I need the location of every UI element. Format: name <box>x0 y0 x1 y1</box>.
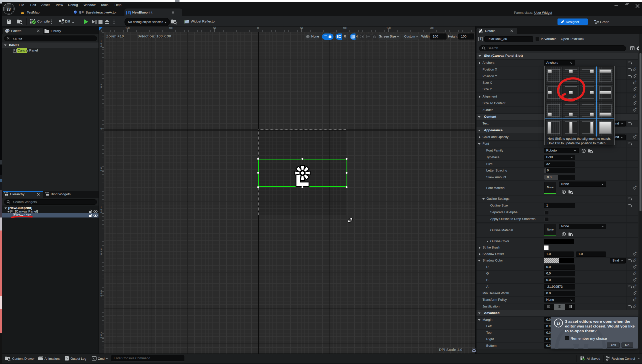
svg-text:u: u <box>7 4 11 13</box>
svg-text:u: u <box>557 320 560 326</box>
